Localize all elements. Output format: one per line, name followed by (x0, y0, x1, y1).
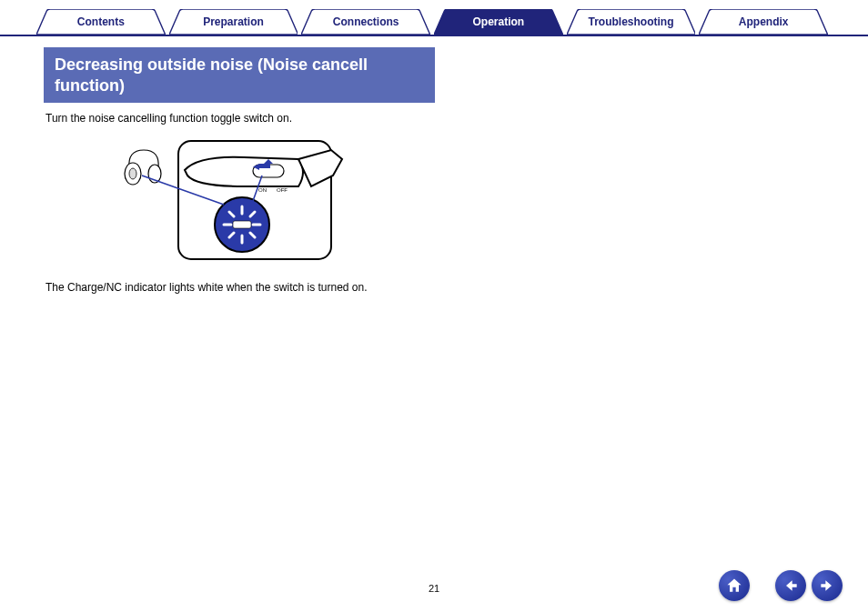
tab-preparation[interactable]: Preparation (169, 9, 298, 35)
tab-troubleshooting[interactable]: Troubleshooting (567, 9, 696, 35)
next-page-button[interactable] (812, 570, 843, 601)
tab-contents[interactable]: Contents (36, 9, 166, 35)
tab-operation[interactable]: Operation (434, 9, 563, 35)
tab-connections[interactable]: Connections (301, 9, 430, 35)
section-intro: Turn the noise cancelling function toggl… (45, 112, 832, 125)
prev-page-button[interactable] (775, 570, 806, 601)
headphone-icon (125, 150, 161, 185)
diagram-noise-cancel-switch: ON OFF (44, 135, 435, 272)
tab-appendix[interactable]: Appendix (699, 9, 828, 35)
nav-tabs: Contents Preparation Connections Operati… (0, 0, 868, 36)
tab-label: Appendix (699, 9, 828, 35)
nav-buttons (719, 570, 843, 601)
tab-label: Operation (434, 9, 563, 35)
arrow-left-icon (782, 577, 800, 595)
page-content: Decreasing outside noise (Noise cancell … (0, 36, 868, 294)
section-title: Decreasing outside noise (Noise cancell … (44, 47, 435, 103)
tab-label: Preparation (169, 9, 298, 35)
tab-label: Troubleshooting (567, 9, 696, 35)
arrow-right-icon (818, 577, 836, 595)
svg-rect-4 (259, 164, 270, 168)
section-caption: The Charge/NC indicator lights white whe… (45, 281, 832, 294)
switch-on-label: ON (258, 187, 267, 193)
tab-label: Contents (36, 9, 166, 35)
home-button[interactable] (719, 570, 750, 601)
svg-point-6 (129, 168, 136, 179)
home-icon (725, 577, 743, 595)
tab-label: Connections (301, 9, 430, 35)
switch-off-label: OFF (277, 187, 288, 193)
svg-rect-17 (233, 221, 251, 228)
